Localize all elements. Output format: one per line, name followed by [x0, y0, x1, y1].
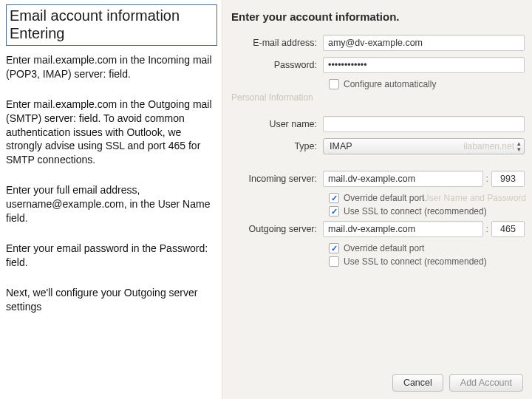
type-label: Type:: [227, 141, 323, 151]
password-label: Password:: [227, 60, 323, 70]
add-account-button[interactable]: Add Account: [449, 374, 523, 392]
instruction-p1: Enter mail.example.com in the Incoming m…: [6, 53, 217, 81]
configure-auto-checkbox[interactable]: [329, 79, 339, 89]
password-input[interactable]: [323, 57, 525, 73]
port-separator-2: :: [486, 224, 488, 234]
username-input[interactable]: [323, 116, 525, 132]
email-input[interactable]: [323, 35, 525, 51]
ghost-section-label: Personal Information: [231, 92, 525, 103]
outgoing-label: Outgoing server:: [227, 224, 323, 234]
configure-auto-label: Configure automatically: [344, 79, 436, 89]
ghost-domain-hint: ilabamen.net: [463, 141, 514, 151]
incoming-server-input[interactable]: [323, 171, 483, 187]
title-line1: Email account information: [10, 7, 180, 24]
ghost-upw-hint: User Name and Password: [423, 193, 526, 203]
outgoing-override-port-label: Override default port: [344, 243, 424, 253]
incoming-override-port-checkbox[interactable]: [329, 193, 339, 203]
chevron-updown-icon: ▴▾: [517, 140, 521, 152]
instructions-panel: Email account information Entering Enter…: [0, 0, 222, 399]
instruction-p3: Enter your full email address, username@…: [6, 183, 217, 225]
instruction-p5: Next, we'll configure your Outgoing serv…: [6, 286, 217, 314]
outgoing-use-ssl-label: Use SSL to connect (recommended): [344, 256, 487, 267]
email-label: E-mail address:: [227, 38, 323, 48]
incoming-label: Incoming server:: [227, 174, 323, 184]
instructions-title: Email account information Entering: [6, 4, 217, 46]
incoming-override-port-label: Override default port: [344, 193, 424, 203]
type-value: IMAP: [330, 141, 352, 151]
incoming-use-ssl-label: Use SSL to connect (recommended): [344, 206, 487, 216]
instruction-p2: Enter mail.example.com in the Outgoing m…: [6, 98, 217, 167]
outgoing-use-ssl-checkbox[interactable]: [329, 256, 339, 267]
username-label: User name:: [227, 119, 323, 129]
incoming-use-ssl-checkbox[interactable]: [329, 206, 339, 216]
dialog-button-bar: Cancel Add Account: [392, 374, 523, 392]
port-separator: :: [486, 174, 488, 184]
instruction-p4: Enter your email password in the Passwor…: [6, 242, 217, 270]
dialog-heading: Enter your account information.: [231, 10, 525, 23]
account-dialog: Enter your account information. E-mail a…: [222, 0, 532, 399]
outgoing-override-port-checkbox[interactable]: [329, 243, 339, 253]
cancel-button[interactable]: Cancel: [392, 374, 443, 392]
incoming-port-input[interactable]: [491, 171, 525, 187]
outgoing-server-input[interactable]: [323, 221, 483, 237]
title-line2: Entering: [10, 24, 214, 42]
outgoing-port-input[interactable]: [491, 221, 525, 237]
